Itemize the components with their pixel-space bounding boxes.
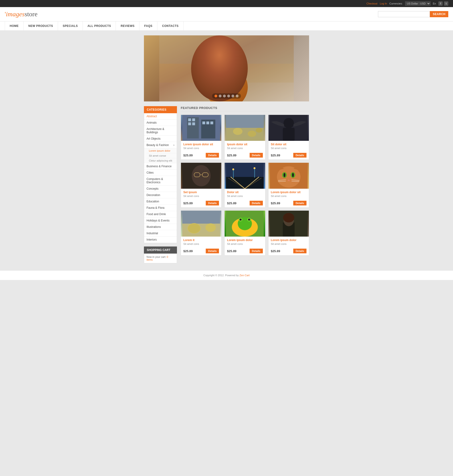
product-image-9 (269, 211, 309, 237)
product-footer-1: $25.89 Details (181, 153, 221, 160)
product-name-5[interactable]: Dolor sit (227, 191, 262, 194)
product-name-7[interactable]: Lorem it (183, 238, 219, 242)
svg-point-6 (215, 48, 238, 77)
svg-rect-15 (188, 119, 191, 121)
details-btn-3[interactable]: Details (293, 153, 306, 158)
currency-select[interactable]: US Dollar : USD (405, 1, 431, 6)
details-btn-4[interactable]: Details (206, 201, 219, 205)
hero-dot-3[interactable] (223, 95, 226, 98)
footer-zencart-link[interactable]: Zen Cart (240, 274, 250, 277)
product-name-3[interactable]: Sit dolor sit (271, 143, 306, 146)
svg-rect-20 (206, 121, 209, 124)
details-btn-5[interactable]: Details (250, 201, 263, 205)
cat-computers[interactable]: Computers & Electronics (144, 176, 177, 186)
nav-contacts[interactable]: CONTACTS (157, 21, 184, 30)
cat-industrial[interactable]: Industrial (144, 230, 177, 237)
svg-point-49 (292, 173, 294, 177)
cart-text: Now in your cart: (147, 255, 166, 258)
cat-concepts[interactable]: Concepts (144, 186, 177, 192)
cat-business[interactable]: Business & Finance (144, 163, 177, 170)
cat-abstract[interactable]: Abstract (144, 113, 177, 119)
cat-art-objects[interactable]: Art Objects (144, 136, 177, 142)
product-thumb-9 (269, 211, 309, 237)
nav-reviews[interactable]: REVIEWS (116, 21, 139, 30)
products-grid: Lorem ipsum dolor sit Sit amet cons $25.… (181, 115, 309, 255)
cat-education[interactable]: Education (144, 198, 177, 205)
product-desc-4: Sit amet cons (183, 195, 219, 197)
svg-rect-21 (211, 121, 213, 124)
product-name-8[interactable]: Lorem ipsum dolor (227, 238, 262, 242)
hero-slider (144, 35, 309, 101)
svg-rect-24 (226, 115, 264, 128)
product-info-8: Lorem ipsum dolor Sit amet cons (225, 237, 265, 249)
cat-beauty-fashion[interactable]: Beauty & Fashion › (144, 142, 177, 148)
sub-sit[interactable]: Sit amet conse (147, 153, 177, 158)
cart-body: Now in your cart: 0 items (144, 253, 177, 263)
cat-fauna-flora[interactable]: Fauna & Flora (144, 205, 177, 211)
product-thumb-6 (269, 163, 309, 189)
cat-interiors[interactable]: Interiors (144, 237, 177, 243)
nav-specials[interactable]: SPECIALS (58, 21, 83, 30)
cat-food-drink[interactable]: Food and Drink (144, 211, 177, 217)
details-btn-7[interactable]: Details (206, 249, 219, 253)
hero-dot-4[interactable] (227, 95, 230, 98)
product-image-3 (269, 115, 309, 141)
product-name-9[interactable]: Lorem ipsum dolor (271, 238, 306, 242)
cat-cities[interactable]: Cities (144, 170, 177, 176)
product-thumb-8 (225, 211, 265, 237)
twitter-icon[interactable]: t (444, 1, 448, 6)
nav-all-products[interactable]: ALL PRODUCTS (83, 21, 116, 30)
nav-faqs[interactable]: FAQS (139, 21, 157, 30)
product-name-2[interactable]: Ipsum dolor sit (227, 143, 262, 146)
login-link[interactable]: Log In (380, 2, 387, 5)
svg-point-25 (233, 128, 242, 135)
cat-animals[interactable]: Animals (144, 119, 177, 126)
hero-illustration (144, 35, 309, 101)
cat-holidays[interactable]: Holidays & Events (144, 217, 177, 224)
svg-point-58 (188, 224, 200, 233)
hero-dot-1[interactable] (214, 95, 217, 98)
product-name-1[interactable]: Lorem ipsum dolor sit (183, 143, 219, 146)
svg-rect-18 (192, 122, 195, 125)
product-info-5: Dolor sit Sit amet cons (225, 189, 265, 201)
svg-rect-5 (222, 66, 231, 78)
sub-cletur[interactable]: Cletur adipiscing elit (147, 158, 177, 163)
hero-dot-6[interactable] (236, 95, 239, 98)
product-footer-4: $25.89 Details (181, 201, 221, 207)
cat-illustrations[interactable]: Illustrations (144, 224, 177, 230)
hero-dot-5[interactable] (232, 95, 234, 98)
product-price-3: $25.89 (271, 154, 280, 157)
facebook-icon[interactable]: f (438, 1, 443, 6)
checkout-link[interactable]: Checkout (366, 2, 377, 5)
product-info-1: Lorem ipsum dolor sit Sit amet cons (181, 141, 221, 153)
svg-rect-2 (159, 64, 294, 83)
product-desc-8: Sit amet cons (227, 243, 262, 245)
details-btn-1[interactable]: Details (206, 153, 219, 158)
sub-lorem[interactable]: Lorem ipsum dolor (147, 148, 177, 153)
cart-title: SHOPPING CART (144, 246, 177, 253)
product-price-5: $25.89 (227, 202, 236, 205)
cat-decoration[interactable]: Decoration (144, 192, 177, 198)
product-info-4: Set ipsum Sit amet cons (181, 189, 221, 201)
nav-new-products[interactable]: NEW PRODUCTS (24, 21, 58, 30)
details-btn-8[interactable]: Details (250, 249, 263, 253)
product-name-4[interactable]: Set ipsum (183, 191, 219, 194)
product-footer-8: $25.89 Details (225, 249, 265, 255)
nav-home[interactable]: HOME (5, 21, 24, 30)
main-layout: CATEGORIES Abstract Animals Architecture… (144, 106, 309, 263)
page-wrapper: Checkout Log In Currencies: US Dollar : … (0, 0, 453, 476)
details-btn-9[interactable]: Details (293, 249, 306, 253)
featured-title: FEATURED PRODUCTS (181, 106, 309, 111)
svg-rect-30 (283, 128, 294, 141)
product-name-6[interactable]: Lorem ipsum dolor sit (271, 191, 306, 194)
svg-point-10 (221, 60, 224, 62)
cat-architecture[interactable]: Architecture & Buildings (144, 126, 177, 136)
product-footer-9: $25.89 Details (269, 249, 309, 255)
search-button[interactable]: SEARCH (430, 11, 448, 17)
search-input[interactable] (378, 11, 430, 17)
product-card-8: Lorem ipsum dolor Sit amet cons $25.89 D… (224, 210, 265, 255)
details-btn-2[interactable]: Details (250, 153, 263, 158)
product-desc-6: Sit amet cons (271, 195, 306, 197)
hero-dot-2[interactable] (219, 95, 221, 98)
details-btn-6[interactable]: Details (293, 201, 306, 205)
